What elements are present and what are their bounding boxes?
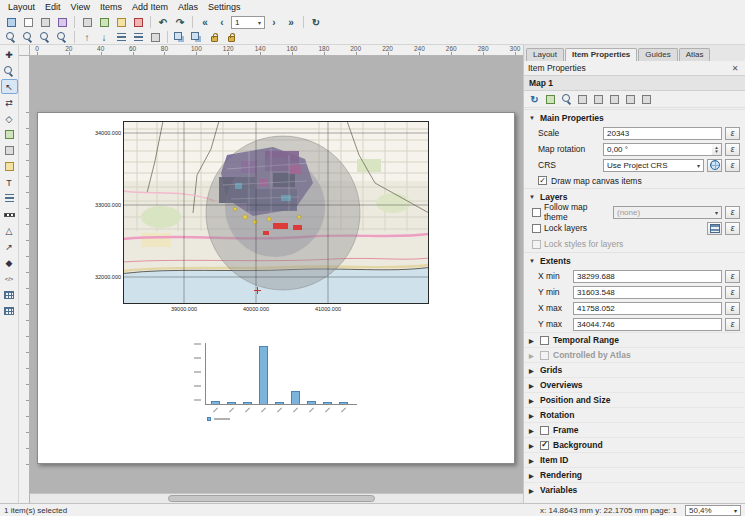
- add-legend-tool-button[interactable]: [1, 191, 18, 206]
- follow-map-theme-checkbox[interactable]: [532, 208, 541, 217]
- tab-item-properties[interactable]: Item Properties: [565, 48, 637, 61]
- close-panel-button[interactable]: ✕: [729, 62, 741, 74]
- select-crs-button[interactable]: [707, 159, 722, 172]
- add-arrow-tool-button[interactable]: ↗: [1, 239, 18, 254]
- menu-atlas[interactable]: Atlas: [173, 1, 203, 13]
- scrollbar-thumb[interactable]: [168, 495, 375, 502]
- theme-expression-button[interactable]: ε: [725, 206, 740, 219]
- select-move-item-tool-button[interactable]: ↖: [1, 79, 18, 94]
- section-frame[interactable]: ▶Frame: [524, 422, 745, 437]
- section-checkbox[interactable]: [540, 351, 549, 360]
- section-background[interactable]: ▶✓Background: [524, 437, 745, 452]
- add-label-tool-button[interactable]: T: [1, 175, 18, 190]
- resize-items-button[interactable]: [147, 30, 163, 44]
- menu-add-item[interactable]: Add Item: [127, 1, 173, 13]
- set-map-scale-button[interactable]: [575, 92, 590, 106]
- y-max-input[interactable]: 34044.746: [573, 318, 722, 331]
- export-pdf-button[interactable]: [130, 15, 146, 29]
- zoom-level-combo[interactable]: 50,4% ▾: [685, 505, 741, 516]
- save-project-button[interactable]: [3, 15, 19, 29]
- section-rendering[interactable]: ▶Rendering: [524, 467, 745, 482]
- scale-expression-button[interactable]: ε: [725, 127, 740, 140]
- align-items-button[interactable]: [113, 30, 129, 44]
- section-checkbox[interactable]: [540, 426, 549, 435]
- unlock-items-button[interactable]: [223, 30, 239, 44]
- atlas-feature-combo[interactable]: 1 ▾: [231, 16, 265, 29]
- section-checkbox[interactable]: [540, 336, 549, 345]
- move-item-content-tool-button[interactable]: ⇄: [1, 95, 18, 110]
- lock-layers-checkbox[interactable]: [532, 224, 541, 233]
- add-fixed-table-tool-button[interactable]: [1, 303, 18, 318]
- section-overviews[interactable]: ▶Overviews: [524, 377, 745, 392]
- layout-manager-button[interactable]: [54, 15, 70, 29]
- refresh-map-preview-button[interactable]: ↻: [527, 92, 542, 106]
- zoom-tool-button[interactable]: [1, 63, 18, 78]
- section-temporal-range[interactable]: ▶Temporal Range: [524, 332, 745, 347]
- atlas-last-button[interactable]: »: [283, 15, 299, 29]
- menu-layout[interactable]: Layout: [3, 1, 40, 13]
- y-min-input[interactable]: 31603.548: [573, 286, 722, 299]
- new-layout-button[interactable]: [20, 15, 36, 29]
- lock-items-button[interactable]: [206, 30, 222, 44]
- layout-canvas[interactable]: 34000.000 33000.000 32000.000 39000.000 …: [30, 56, 523, 503]
- zoom-out-button[interactable]: [37, 30, 53, 44]
- raise-items-button[interactable]: ↑: [79, 30, 95, 44]
- group-items-button[interactable]: [172, 30, 188, 44]
- refresh-view-button[interactable]: ↻: [308, 15, 324, 29]
- clipping-settings-button[interactable]: [623, 92, 638, 106]
- add-3d-map-tool-button[interactable]: [1, 143, 18, 158]
- atlas-next-button[interactable]: ›: [266, 15, 282, 29]
- section-checkbox[interactable]: ✓: [540, 441, 549, 450]
- lock-layers-expression-button[interactable]: ε: [725, 222, 740, 235]
- distribute-items-button[interactable]: [130, 30, 146, 44]
- zoom-in-button[interactable]: [20, 30, 36, 44]
- lock-styles-checkbox[interactable]: [532, 240, 541, 249]
- add-map-tool-button[interactable]: [1, 127, 18, 142]
- more-settings-button[interactable]: [639, 92, 654, 106]
- scale-input[interactable]: 20343: [603, 127, 722, 140]
- menu-settings[interactable]: Settings: [203, 1, 246, 13]
- ungroup-items-button[interactable]: [189, 30, 205, 44]
- add-picture-tool-button[interactable]: [1, 159, 18, 174]
- section-rotation[interactable]: ▶Rotation: [524, 407, 745, 422]
- x-min-input[interactable]: 38299.688: [573, 270, 722, 283]
- canvas-horizontal-scrollbar[interactable]: [30, 493, 523, 503]
- section-grids[interactable]: ▶Grids: [524, 362, 745, 377]
- export-svg-button[interactable]: [113, 15, 129, 29]
- layers-list-button[interactable]: [707, 222, 722, 235]
- zoom-full-button[interactable]: [3, 30, 19, 44]
- menu-items[interactable]: Items: [95, 1, 127, 13]
- tab-layout[interactable]: Layout: [526, 48, 564, 61]
- map-rotation-input[interactable]: 0,00 °: [603, 143, 712, 156]
- x-min-expression-button[interactable]: ε: [725, 270, 740, 283]
- y-min-expression-button[interactable]: ε: [725, 286, 740, 299]
- properties-scroll-area[interactable]: ▼ Main Properties Scale 20343 ε Map rota…: [524, 108, 745, 503]
- pan-tool-button[interactable]: ✚: [1, 47, 18, 62]
- atlas-first-button[interactable]: «: [197, 15, 213, 29]
- export-image-button[interactable]: [96, 15, 112, 29]
- rotation-spinner[interactable]: ▴ ▾: [712, 143, 722, 156]
- section-extents[interactable]: ▼ Extents: [524, 252, 745, 268]
- chart-item[interactable]: [183, 335, 365, 431]
- section-controlled-by-atlas[interactable]: ▶Controlled by Atlas: [524, 347, 745, 362]
- map-item[interactable]: [123, 121, 429, 304]
- add-shape-tool-button[interactable]: △: [1, 223, 18, 238]
- x-max-input[interactable]: 41758.052: [573, 302, 722, 315]
- tab-atlas[interactable]: Atlas: [679, 48, 711, 61]
- labeling-settings-button[interactable]: [607, 92, 622, 106]
- duplicate-layout-button[interactable]: [37, 15, 53, 29]
- add-html-tool-button[interactable]: </>: [1, 271, 18, 286]
- add-node-item-tool-button[interactable]: ◆: [1, 255, 18, 270]
- set-map-extent-button[interactable]: [543, 92, 558, 106]
- draw-canvas-items-checkbox[interactable]: ✓: [538, 176, 547, 185]
- print-button[interactable]: [79, 15, 95, 29]
- add-scalebar-tool-button[interactable]: [1, 207, 18, 222]
- lower-items-button[interactable]: ↓: [96, 30, 112, 44]
- crs-expression-button[interactable]: ε: [725, 159, 740, 172]
- layout-page[interactable]: 34000.000 33000.000 32000.000 39000.000 …: [37, 112, 515, 464]
- edit-nodes-tool-button[interactable]: ◇: [1, 111, 18, 126]
- menu-view[interactable]: View: [66, 1, 95, 13]
- zoom-actual-button[interactable]: [54, 30, 70, 44]
- rotation-expression-button[interactable]: ε: [725, 143, 740, 156]
- map-theme-dropdown[interactable]: (none) ▾: [613, 206, 722, 219]
